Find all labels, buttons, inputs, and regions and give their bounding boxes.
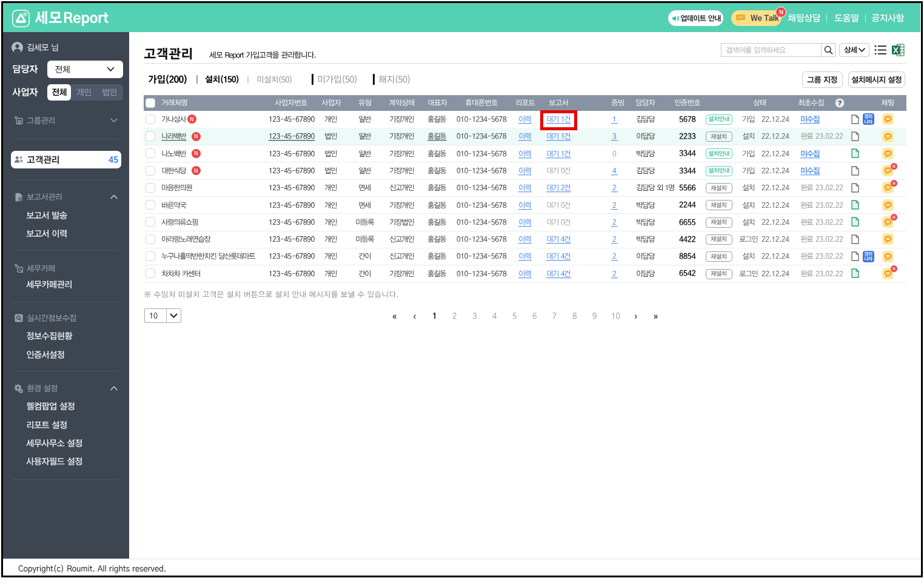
svg-text:?: ? — [838, 99, 842, 107]
